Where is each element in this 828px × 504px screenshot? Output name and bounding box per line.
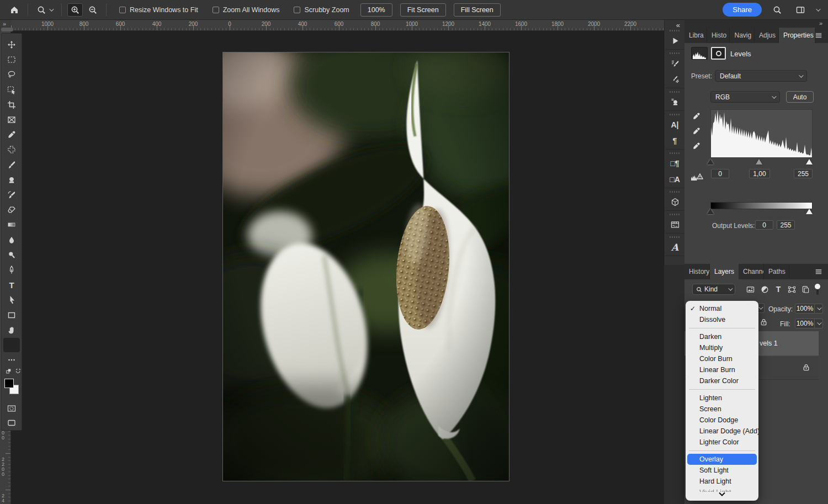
- type-filter-icon[interactable]: T: [773, 285, 783, 294]
- tab-navig[interactable]: Navig: [730, 28, 755, 43]
- input-shadow-field[interactable]: 0: [711, 169, 729, 178]
- opacity-field[interactable]: 100%: [795, 304, 815, 314]
- brush-settings-panel-icon[interactable]: [667, 56, 683, 71]
- edit-toolbar[interactable]: [3, 353, 20, 367]
- image-filter-icon[interactable]: [745, 285, 755, 294]
- zoom-in-icon[interactable]: [67, 3, 83, 17]
- blur-tool[interactable]: [3, 233, 20, 247]
- menu-item-color-burn[interactable]: Color Burn: [686, 353, 758, 364]
- menu-item-dissolve[interactable]: Dissolve: [686, 314, 758, 325]
- tab-channels[interactable]: Channels: [739, 264, 764, 279]
- character-styles-panel-icon[interactable]: □A: [667, 172, 683, 187]
- horizontal-ruler[interactable]: 1000800600400200020040060080010001200140…: [11, 20, 664, 31]
- chevron-down-icon[interactable]: [816, 7, 820, 11]
- pen-tool[interactable]: [3, 263, 20, 277]
- swap-colors-icon[interactable]: [5, 367, 14, 376]
- menu-item-color-dodge[interactable]: Color Dodge: [686, 415, 758, 426]
- black-point-eyedropper-icon[interactable]: [692, 112, 702, 122]
- menu-item-overlay[interactable]: Overlay: [687, 454, 757, 465]
- timeline-panel-icon[interactable]: [667, 217, 683, 232]
- checkbox-icon[interactable]: [294, 7, 300, 13]
- glyphs-panel-icon[interactable]: A: [667, 240, 683, 255]
- checkbox-icon[interactable]: [119, 7, 126, 13]
- auto-button[interactable]: Auto: [786, 91, 814, 103]
- tab-history[interactable]: History: [684, 264, 710, 279]
- tab-histo[interactable]: Histo: [707, 28, 730, 43]
- eraser-tool[interactable]: [3, 203, 20, 217]
- panel-group-grip[interactable]: [670, 91, 680, 93]
- tab-paths[interactable]: Paths: [764, 264, 789, 279]
- layer-mask-thumbnail[interactable]: [711, 47, 726, 60]
- rectangle-tool[interactable]: [3, 308, 20, 322]
- default-colors-icon[interactable]: [14, 366, 23, 375]
- fit-screen-button[interactable]: Fit Screen: [400, 3, 446, 17]
- input-shadow-slider[interactable]: [707, 159, 714, 165]
- expand-panels-icon[interactable]: »: [819, 20, 822, 26]
- output-shadow-slider[interactable]: [707, 209, 714, 214]
- menu-item-lighten[interactable]: Lighten: [686, 392, 758, 404]
- fill-chevron[interactable]: [815, 319, 823, 328]
- fill-screen-button[interactable]: Fill Screen: [454, 3, 501, 17]
- gray-point-eyedropper-icon[interactable]: [692, 127, 702, 137]
- panel-menu-icon[interactable]: [815, 31, 828, 39]
- menu-item-screen[interactable]: Screen: [686, 404, 758, 415]
- canvas-photo-peace-lily[interactable]: [223, 52, 509, 481]
- layer-filter-kind-select[interactable]: Kind: [692, 284, 735, 295]
- zoom-percent-button[interactable]: 100%: [360, 3, 392, 17]
- menu-item-darker-color[interactable]: Darker Color: [686, 375, 758, 386]
- character-panel-icon[interactable]: A|: [667, 117, 683, 132]
- menu-item-multiply[interactable]: Multiply: [686, 342, 758, 353]
- paragraph-panel-icon[interactable]: ¶: [667, 133, 683, 148]
- panel-group-grip[interactable]: [670, 52, 680, 54]
- input-midtone-slider[interactable]: [756, 159, 762, 165]
- eyedropper-tool[interactable]: [3, 128, 20, 142]
- move-tool[interactable]: [3, 38, 20, 52]
- preset-select[interactable]: Default: [715, 70, 807, 82]
- frame-tool[interactable]: [3, 113, 20, 127]
- marquee-tool[interactable]: [3, 52, 20, 67]
- collapse-panels-icon[interactable]: «: [676, 21, 680, 29]
- tab-adjus[interactable]: Adjus: [755, 28, 779, 43]
- menu-item-linear-burn[interactable]: Linear Burn: [686, 364, 758, 375]
- menu-item-soft-light[interactable]: Soft Light: [686, 465, 758, 476]
- checkbox-scrubby-zoom[interactable]: Scrubby Zoom: [294, 6, 349, 14]
- brush-tool[interactable]: [3, 158, 20, 172]
- fill-field[interactable]: 100%: [795, 319, 815, 328]
- gradient-tool[interactable]: [3, 217, 20, 232]
- panel-group-grip[interactable]: [670, 114, 680, 115]
- path-selection-tool[interactable]: [3, 293, 20, 307]
- menu-item-normal[interactable]: ✓Normal: [686, 303, 758, 314]
- panel-group-grip[interactable]: [670, 30, 680, 31]
- channel-select[interactable]: RGB: [710, 91, 780, 103]
- tab-layers[interactable]: Layers: [710, 264, 739, 279]
- zoom-tool[interactable]: [3, 338, 20, 352]
- menu-item-darken[interactable]: Darken: [686, 331, 758, 342]
- foreground-color-swatch[interactable]: [4, 379, 14, 388]
- history-brush-tool[interactable]: [3, 188, 20, 202]
- checkbox-resize-windows-to-fit[interactable]: Resize Windows to Fit: [119, 6, 198, 14]
- type-tool[interactable]: T: [3, 278, 20, 292]
- zoom-out-icon[interactable]: [85, 6, 100, 14]
- screen-mode-icon[interactable]: [3, 416, 20, 430]
- white-point-eyedropper-icon[interactable]: [692, 142, 702, 152]
- input-midtone-field[interactable]: 1,00: [749, 169, 770, 178]
- menu-item-linear-dodge-add-[interactable]: Linear Dodge (Add): [686, 426, 758, 437]
- tab-properties[interactable]: Properties: [779, 28, 815, 43]
- panel-group-grip[interactable]: [670, 236, 680, 238]
- canvas-area[interactable]: [11, 31, 664, 504]
- workspace-icon[interactable]: [793, 6, 808, 14]
- tab-libra[interactable]: Libra: [684, 28, 707, 43]
- input-highlight-field[interactable]: 255: [794, 169, 813, 178]
- output-highlight-slider[interactable]: [806, 209, 813, 214]
- 3d-panel-icon[interactable]: [667, 194, 683, 210]
- paragraph-styles-panel-icon[interactable]: □¶: [667, 156, 683, 171]
- panel-group-grip[interactable]: [670, 214, 680, 215]
- object-selection-tool[interactable]: [3, 83, 20, 97]
- home-icon[interactable]: [7, 6, 22, 14]
- dodge-tool[interactable]: [3, 248, 20, 262]
- search-icon[interactable]: [769, 6, 785, 14]
- brushes-panel-icon[interactable]: [667, 72, 683, 87]
- chevron-down-icon[interactable]: [49, 7, 54, 11]
- quick-mask-icon[interactable]: [3, 401, 20, 416]
- menu-item-lighter-color[interactable]: Lighter Color: [686, 437, 758, 448]
